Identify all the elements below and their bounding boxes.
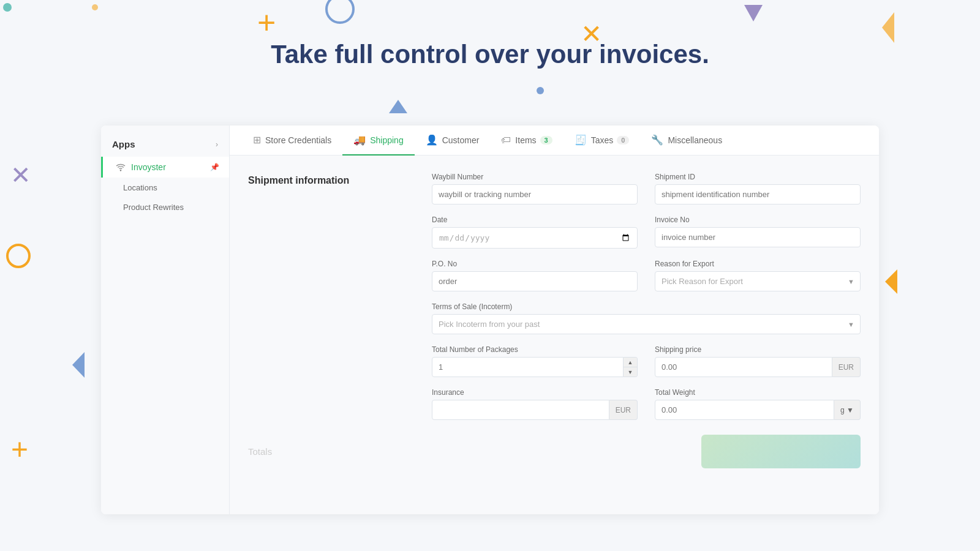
shipping-price-addon: EUR — [832, 357, 861, 377]
sidebar-item-product-rewrites[interactable]: Product Rewrites — [101, 197, 229, 217]
terms-of-sale-wrapper: Pick Incoterm from your past ▼ — [432, 314, 861, 334]
sidebar-item-invoyster[interactable]: Invoyster 📌 — [101, 157, 229, 178]
total-packages-group: Total Number of Packages ▲ ▼ — [432, 345, 638, 377]
sidebar: Apps › Invoyster 📌 Locations Product Rew… — [101, 126, 230, 514]
waybill-number-group: Waybill Number — [432, 173, 638, 204]
shipping-price-group: Shipping price EUR — [655, 345, 861, 377]
totals-label: Totals — [248, 446, 272, 457]
content-area: ⊞ Store Credentials 🚚 Shipping 👤 Custome… — [230, 126, 879, 514]
tab-miscellaneous[interactable]: 🔧 Miscellaneous — [640, 126, 733, 156]
sidebar-apps-label: Apps — [112, 139, 135, 149]
sidebar-item-locations-label: Locations — [123, 183, 157, 192]
section-title: Shipment information — [248, 175, 407, 186]
reason-for-export-label: Reason for Export — [655, 260, 861, 268]
total-packages-label: Total Number of Packages — [432, 345, 638, 354]
shipment-id-input[interactable] — [655, 184, 861, 204]
spinner-buttons: ▲ ▼ — [624, 357, 638, 377]
form-area: Shipment information Waybill Number Ship… — [230, 156, 879, 514]
tab-items[interactable]: 🏷 Items 3 — [490, 126, 563, 156]
spinner-down-button[interactable]: ▼ — [624, 367, 637, 377]
svg-marker-11 — [72, 352, 85, 378]
insurance-group: Insurance EUR — [432, 388, 638, 420]
reason-for-export-group: Reason for Export Pick Reason for Export… — [655, 260, 861, 291]
invoice-no-label: Invoice No — [655, 216, 861, 224]
totals-row: Totals — [248, 435, 861, 468]
tab-shipping-label: Shipping — [370, 135, 404, 145]
svg-marker-6 — [885, 269, 897, 294]
chevron-right-icon: › — [216, 140, 218, 149]
tab-miscellaneous-label: Miscellaneous — [668, 135, 722, 145]
po-no-label: P.O. No — [432, 260, 638, 268]
tag-icon: 🏷 — [501, 135, 511, 146]
date-label: Date — [432, 216, 638, 224]
svg-point-1 — [326, 0, 353, 23]
po-no-input[interactable] — [432, 271, 638, 291]
insurance-addon: EUR — [609, 400, 638, 420]
shipping-price-input[interactable] — [655, 357, 832, 377]
shipping-price-wrapper: EUR — [655, 357, 861, 377]
total-weight-group: Total Weight g ▼ kg lb — [655, 388, 861, 420]
receipt-icon: 🧾 — [575, 134, 587, 146]
date-input[interactable] — [432, 227, 638, 249]
svg-point-16 — [120, 170, 121, 171]
total-weight-input[interactable] — [655, 400, 834, 420]
waybill-number-label: Waybill Number — [432, 173, 638, 181]
total-weight-label: Total Weight — [655, 388, 861, 397]
shipment-id-group: Shipment ID — [655, 173, 861, 204]
svg-marker-4 — [882, 12, 894, 43]
terms-of-sale-group: Terms of Sale (Incoterm) Pick Incoterm f… — [432, 302, 861, 334]
sidebar-item-product-rewrites-label: Product Rewrites — [123, 203, 184, 212]
tab-customer[interactable]: 👤 Customer — [415, 126, 491, 156]
invoice-no-input[interactable] — [655, 227, 861, 247]
insurance-input[interactable] — [432, 400, 609, 420]
insurance-label: Insurance — [432, 388, 638, 397]
spinner-up-button[interactable]: ▲ — [624, 358, 637, 367]
terms-of-sale-select[interactable]: Pick Incoterm from your past — [432, 314, 861, 334]
total-weight-wrapper: g ▼ kg lb — [655, 400, 861, 420]
reason-for-export-select[interactable]: Pick Reason for Export — [655, 271, 861, 291]
person-icon: 👤 — [426, 134, 438, 146]
tab-customer-label: Customer — [442, 135, 480, 145]
tab-store-credentials-label: Store Credentials — [265, 135, 331, 145]
tabs-bar: ⊞ Store Credentials 🚚 Shipping 👤 Custome… — [230, 126, 879, 156]
svg-point-9 — [7, 245, 29, 267]
tab-shipping[interactable]: 🚚 Shipping — [342, 126, 415, 156]
svg-marker-3 — [744, 5, 763, 21]
wrench-icon: 🔧 — [651, 134, 663, 146]
sidebar-apps-row[interactable]: Apps › — [101, 132, 229, 157]
main-card: Apps › Invoyster 📌 Locations Product Rew… — [101, 126, 879, 514]
pin-icon: 📌 — [210, 163, 219, 171]
svg-point-7 — [537, 87, 544, 94]
store-icon: ⊞ — [253, 134, 261, 146]
svg-text:+: + — [257, 5, 276, 40]
weight-unit-select[interactable]: g ▼ kg lb — [834, 400, 861, 420]
date-group: Date — [432, 216, 638, 249]
sidebar-item-locations[interactable]: Locations — [101, 178, 229, 197]
total-packages-input[interactable] — [432, 357, 624, 377]
tab-taxes[interactable]: 🧾 Taxes 0 — [564, 126, 641, 156]
tab-items-label: Items — [515, 135, 536, 145]
svg-text:+: + — [11, 433, 28, 465]
waybill-number-input[interactable] — [432, 184, 638, 204]
svg-point-12 — [3, 3, 12, 12]
items-badge: 3 — [540, 136, 552, 144]
shipping-price-label: Shipping price — [655, 345, 861, 354]
wifi-icon — [115, 162, 126, 173]
totals-value-box — [701, 435, 861, 468]
form-grid: Waybill Number Shipment ID Date — [432, 173, 861, 420]
tab-taxes-label: Taxes — [591, 135, 614, 145]
svg-point-13 — [92, 4, 98, 10]
taxes-badge: 0 — [617, 136, 629, 144]
tab-store-credentials[interactable]: ⊞ Store Credentials — [242, 126, 342, 156]
terms-of-sale-label: Terms of Sale (Incoterm) — [432, 302, 861, 311]
total-packages-spinner-wrapper: ▲ ▼ — [432, 357, 638, 377]
svg-marker-5 — [389, 100, 407, 113]
insurance-wrapper: EUR — [432, 400, 638, 420]
reason-for-export-wrapper: Pick Reason for Export ▼ — [655, 271, 861, 291]
hero-text: Take full control over your invoices. — [0, 40, 980, 69]
shipment-id-label: Shipment ID — [655, 173, 861, 181]
po-no-group: P.O. No — [432, 260, 638, 291]
svg-text:✕: ✕ — [10, 162, 31, 189]
invoice-no-group: Invoice No — [655, 216, 861, 249]
totals-value-area — [432, 435, 861, 468]
